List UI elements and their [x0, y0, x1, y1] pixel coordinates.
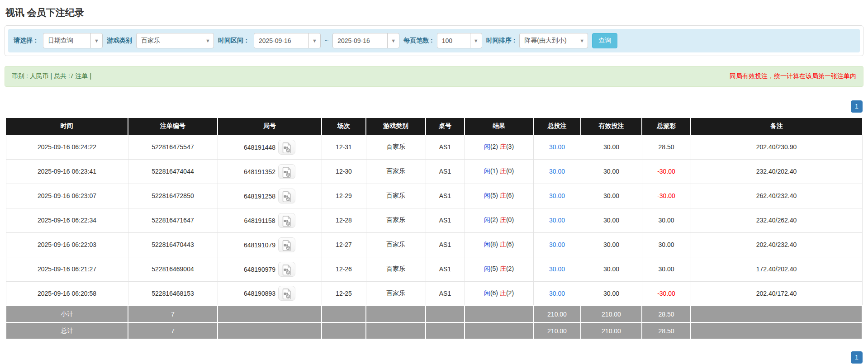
result-cell: 闲(2) 庄(3)	[465, 135, 533, 159]
game-type-label: 游戏类别	[107, 37, 132, 45]
valid-bet-cell: 30.00	[581, 184, 642, 208]
session-cell: 12-29	[322, 184, 366, 208]
page-title: 视讯 会员下注纪录	[0, 0, 868, 24]
round-id-value: 648191079	[244, 241, 275, 248]
table-row: 2025-09-16 06:23:41 522816474044 6481913…	[6, 159, 862, 184]
video-replay-button[interactable]	[278, 140, 295, 155]
bet-id-cell: 522816472850	[128, 184, 218, 208]
table-footer: 小计 7 210.00 210.00 28.50 总计 7 210.00 210…	[6, 306, 862, 339]
chevron-down-icon: ▼	[90, 33, 102, 48]
player-count: (5)	[490, 192, 498, 199]
video-file-icon	[282, 265, 292, 275]
total-bet-link[interactable]: 30.00	[549, 217, 565, 224]
header-valid-bet: 有效投注	[581, 118, 642, 135]
banker-count: (0)	[506, 167, 514, 175]
table-no-cell: AS1	[426, 135, 465, 159]
round-id-cell: 648191158	[218, 208, 322, 232]
round-id-value: 648191158	[244, 217, 275, 224]
query-type-select[interactable]: 日期查询 ▼	[43, 33, 103, 48]
bet-id-cell: 522816468153	[128, 281, 218, 306]
remark-cell: 172.40/202.40	[691, 257, 862, 281]
session-cell: 12-25	[322, 281, 366, 306]
pagination-page-button[interactable]: 1	[851, 351, 863, 364]
video-file-icon	[282, 191, 292, 202]
player-count: (2)	[490, 216, 498, 223]
table-no-cell: AS1	[426, 208, 465, 232]
game-type-select[interactable]: 百家乐 ▼	[136, 33, 214, 48]
subtotal-row: 小计 7 210.00 210.00 28.50	[6, 306, 862, 322]
round-id-cell: 648190979	[218, 257, 322, 281]
player-result: 闲	[484, 265, 490, 272]
video-replay-button[interactable]	[278, 164, 295, 179]
player-count: (6)	[490, 289, 498, 297]
result-cell: 闲(6) 庄(2)	[465, 281, 533, 306]
total-bet-link[interactable]: 30.00	[549, 265, 565, 273]
player-result: 闲	[484, 216, 490, 223]
total-bet-cell: 30.00	[533, 208, 581, 232]
payout-cell: 30.00	[642, 257, 691, 281]
total-bet-cell: 30.00	[533, 257, 581, 281]
chevron-down-icon: ▼	[202, 33, 213, 48]
game-type-cell: 百家乐	[366, 135, 426, 159]
header-remark: 备注	[691, 118, 862, 135]
time-cell: 2025-09-16 06:23:41	[6, 159, 128, 184]
chevron-down-icon: ▼	[470, 33, 482, 48]
chevron-down-icon: ▼	[308, 33, 320, 48]
remark-cell: 202.40/232.40	[691, 232, 862, 257]
total-bet-link[interactable]: 30.00	[549, 290, 565, 297]
video-replay-button[interactable]	[278, 213, 295, 228]
pagination-bottom: 1	[5, 351, 863, 364]
date-to-select[interactable]: 2025-09-16 ▼	[332, 33, 399, 48]
total-bet-link[interactable]: 30.00	[549, 241, 565, 248]
session-cell: 12-31	[322, 135, 366, 159]
page-size-select[interactable]: 100 ▼	[437, 33, 482, 48]
header-total-bet: 总投注	[533, 118, 581, 135]
sort-order-label: 时间排序 :	[486, 37, 516, 45]
result-cell: 闲(1) 庄(0)	[465, 159, 533, 184]
subtotal-payout: 28.50	[642, 306, 691, 322]
sort-order-select[interactable]: 降幂(由大到小) ▼	[519, 33, 588, 48]
video-replay-button[interactable]	[278, 237, 295, 252]
remark-cell: 202.40/230.90	[691, 135, 862, 159]
remark-cell: 232.40/262.40	[691, 208, 862, 232]
game-type-cell: 百家乐	[366, 257, 426, 281]
game-type-cell: 百家乐	[366, 232, 426, 257]
date-to-value: 2025-09-16	[333, 33, 387, 48]
video-replay-button[interactable]	[278, 262, 295, 277]
banker-count: (3)	[506, 143, 514, 150]
total-label: 总计	[6, 322, 128, 339]
table-row: 2025-09-16 06:22:34 522816471647 6481911…	[6, 208, 862, 232]
banker-count: (6)	[506, 241, 514, 248]
valid-bet-cell: 30.00	[581, 232, 642, 257]
header-bet-id: 注单编号	[128, 118, 218, 135]
page-size-label: 每页笔数 :	[403, 37, 433, 45]
search-button[interactable]: 查询	[592, 33, 617, 48]
header-session: 场次	[322, 118, 366, 135]
round-id-cell: 648191079	[218, 232, 322, 257]
payout-cell: 30.00	[642, 208, 691, 232]
video-file-icon	[282, 240, 292, 251]
round-id-value: 648190979	[244, 265, 275, 273]
player-result: 闲	[484, 289, 490, 297]
total-bet-link[interactable]: 30.00	[549, 143, 565, 151]
total-bet-link[interactable]: 30.00	[549, 168, 565, 175]
filter-panel: 请选择： 日期查询 ▼ 游戏类别 百家乐 ▼ 时间区间： 2025-09-16 …	[5, 25, 863, 56]
date-from-select[interactable]: 2025-09-16 ▼	[254, 33, 321, 48]
header-time: 时间	[6, 118, 128, 135]
video-replay-button[interactable]	[278, 189, 295, 203]
round-id-value: 648191448	[244, 143, 275, 151]
pagination-page-button[interactable]: 1	[851, 100, 863, 113]
table-row: 2025-09-16 06:24:22 522816475547 6481914…	[6, 135, 862, 159]
bet-id-cell: 522816469004	[128, 257, 218, 281]
banker-count: (0)	[506, 216, 514, 223]
total-bet-cell: 30.00	[533, 281, 581, 306]
time-range-label: 时间区间：	[218, 37, 250, 45]
session-cell: 12-28	[322, 208, 366, 232]
header-result: 结果	[465, 118, 533, 135]
video-file-icon	[282, 142, 292, 153]
video-replay-button[interactable]	[278, 286, 295, 301]
bet-id-cell: 522816470443	[128, 232, 218, 257]
result-cell: 闲(5) 庄(6)	[465, 184, 533, 208]
total-bet-link[interactable]: 30.00	[549, 192, 565, 199]
total-row: 总计 7 210.00 210.00 28.50	[6, 322, 862, 339]
